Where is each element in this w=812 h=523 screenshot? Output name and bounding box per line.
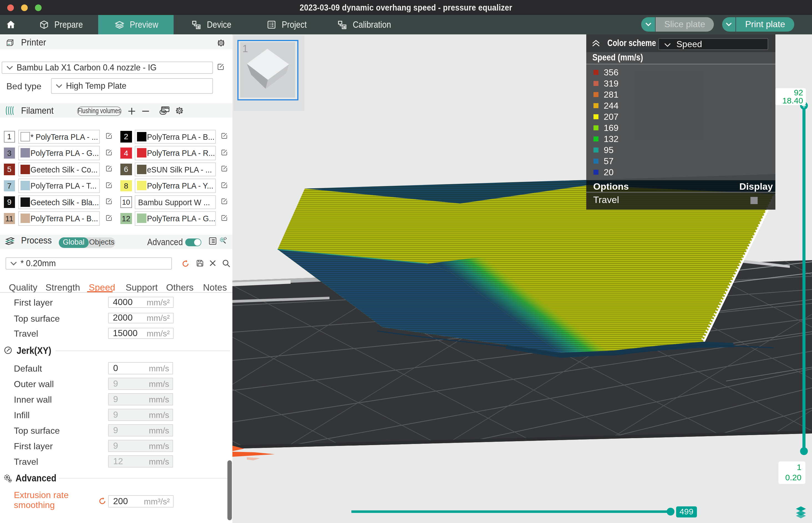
svg-text:18.40: 18.40: [782, 96, 803, 105]
svg-text:1: 1: [797, 463, 801, 472]
svg-text:499: 499: [680, 507, 693, 516]
svg-text:0.20: 0.20: [786, 473, 801, 482]
